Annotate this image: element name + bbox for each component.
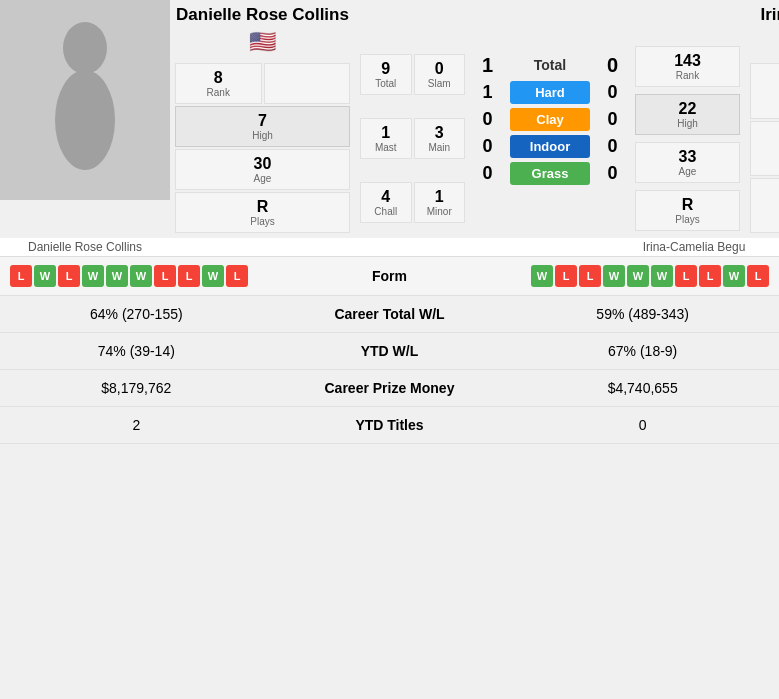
right-form-badge: W xyxy=(627,265,649,287)
right-form-badge: L xyxy=(747,265,769,287)
left-mast-stat: 1 Mast xyxy=(360,118,412,159)
left-high-stat xyxy=(264,63,351,104)
h2h-indoor-left: 0 xyxy=(475,136,500,157)
left-high-stat2: 7 High xyxy=(175,106,350,147)
table-row: 64% (270-155)Career Total W/L59% (489-34… xyxy=(0,296,779,333)
stat-right-value: 67% (18-9) xyxy=(506,333,779,370)
h2h-section: 1 Total 0 1 Hard 0 0 Clay 0 0 Indoor 0 0 xyxy=(470,0,630,238)
form-row: LWLWWWLLWL Form WLLWWWLLWL xyxy=(0,257,779,296)
right-form-badge: W xyxy=(603,265,625,287)
stat-center-label: Career Prize Money xyxy=(273,370,507,407)
right-player-info: Irina-Camelia Begu 🇷🇴 19 Total 0 Slam 0 … xyxy=(745,0,779,238)
left-age-value: 30 xyxy=(178,155,347,173)
left-rank-value: 8 xyxy=(178,69,259,87)
form-label: Form xyxy=(290,268,489,284)
h2h-total-left: 1 xyxy=(475,54,500,77)
left-form-badge: L xyxy=(10,265,32,287)
right-player-name: Irina-Camelia Begu xyxy=(750,5,779,25)
right-form-badge: L xyxy=(675,265,697,287)
left-age-label: Age xyxy=(178,173,347,184)
h2h-hard-row: 1 Hard 0 xyxy=(475,81,625,104)
h2h-clay-right: 0 xyxy=(600,109,625,130)
right-form-badge: L xyxy=(699,265,721,287)
right-name-bottom: Irina-Camelia Begu xyxy=(609,240,779,254)
left-chall-stat: 4 Chall xyxy=(360,182,412,223)
h2h-hard-right: 0 xyxy=(600,82,625,103)
stat-left-value: $8,179,762 xyxy=(0,370,273,407)
right-form-badge: W xyxy=(531,265,553,287)
left-main-stat: 3 Main xyxy=(414,118,466,159)
left-form-badge: W xyxy=(130,265,152,287)
left-form-badge: L xyxy=(58,265,80,287)
comparison-area: Danielle Rose Collins 🇺🇸 8 Rank 7 High 3… xyxy=(0,0,779,238)
right-form-badge: L xyxy=(579,265,601,287)
left-high-value: 7 xyxy=(178,112,347,130)
left-form-badge: W xyxy=(106,265,128,287)
right-mast-stat: 0 Mast xyxy=(750,121,779,176)
main-container: Danielle Rose Collins 🇺🇸 8 Rank 7 High 3… xyxy=(0,0,779,444)
left-form-badge: L xyxy=(178,265,200,287)
right-age-stat: 33 Age xyxy=(635,142,740,183)
left-form-badge: L xyxy=(226,265,248,287)
stats-table: 64% (270-155)Career Total W/L59% (489-34… xyxy=(0,296,779,444)
h2h-total-right: 0 xyxy=(600,54,625,77)
right-form-badges: WLLWWWLLWL xyxy=(489,265,769,287)
left-name-bottom: Danielle Rose Collins xyxy=(0,240,170,254)
left-form-badges: LWLWWWLLWL xyxy=(10,265,290,287)
left-rank-label: Rank xyxy=(178,87,259,98)
h2h-grass-row: 0 Grass 0 xyxy=(475,162,625,185)
h2h-clay-row: 0 Clay 0 xyxy=(475,108,625,131)
h2h-indoor-right: 0 xyxy=(600,136,625,157)
left-player-info: Danielle Rose Collins 🇺🇸 8 Rank 7 High 3… xyxy=(170,0,355,238)
h2h-indoor-row: 0 Indoor 0 xyxy=(475,135,625,158)
right-rank-stat: 143 Rank xyxy=(635,46,740,87)
right-form-badge: W xyxy=(651,265,673,287)
right-chall-stat: 11 Chall xyxy=(750,178,779,233)
h2h-grass-left: 0 xyxy=(475,163,500,184)
left-form-badge: L xyxy=(154,265,176,287)
left-mini-stats: 9 Total 0 Slam 1 Mast 3 Main xyxy=(355,0,470,238)
right-form-badge: L xyxy=(555,265,577,287)
stat-right-value: 59% (489-343) xyxy=(506,296,779,333)
right-plays-stat: R Plays xyxy=(635,190,740,231)
svg-point-1 xyxy=(55,70,115,170)
left-slam-stat: 0 Slam xyxy=(414,54,466,95)
right-high-stat: 22 High xyxy=(635,94,740,135)
left-form-badge: W xyxy=(82,265,104,287)
stat-left-value: 74% (39-14) xyxy=(0,333,273,370)
stat-right-value: $4,740,655 xyxy=(506,370,779,407)
h2h-clay-left: 0 xyxy=(475,109,500,130)
stat-center-label: Career Total W/L xyxy=(273,296,507,333)
h2h-total-row: 1 Total 0 xyxy=(475,54,625,77)
left-player-name: Danielle Rose Collins xyxy=(175,5,350,25)
left-total-stat: 9 Total xyxy=(360,54,412,95)
h2h-clay-btn: Clay xyxy=(510,108,590,131)
left-player-photo xyxy=(0,0,170,200)
right-mini-stats: 143 Rank 22 High 33 Age xyxy=(630,0,745,238)
stat-left-value: 2 xyxy=(0,407,273,444)
left-plays-value: R xyxy=(178,198,347,216)
table-row: $8,179,762Career Prize Money$4,740,655 xyxy=(0,370,779,407)
stat-center-label: YTD Titles xyxy=(273,407,507,444)
h2h-hard-left: 1 xyxy=(475,82,500,103)
right-form-badge: W xyxy=(723,265,745,287)
h2h-total-label: Total xyxy=(510,57,590,73)
left-form-badge: W xyxy=(34,265,56,287)
left-minor-stat: 1 Minor xyxy=(414,182,466,223)
h2h-grass-right: 0 xyxy=(600,163,625,184)
left-rank-stat: 8 Rank xyxy=(175,63,262,104)
left-plays-stat: R Plays xyxy=(175,192,350,233)
left-age-stat: 30 Age xyxy=(175,149,350,190)
table-row: 2YTD Titles0 xyxy=(0,407,779,444)
table-row: 74% (39-14)YTD W/L67% (18-9) xyxy=(0,333,779,370)
right-player-flag: 🇷🇴 xyxy=(750,29,779,55)
h2h-indoor-btn: Indoor xyxy=(510,135,590,158)
left-plays-label: Plays xyxy=(178,216,347,227)
player-name-row: Danielle Rose Collins Irina-Camelia Begu xyxy=(0,238,779,257)
h2h-hard-btn: Hard xyxy=(510,81,590,104)
stat-center-label: YTD W/L xyxy=(273,333,507,370)
stat-right-value: 0 xyxy=(506,407,779,444)
left-player-flag: 🇺🇸 xyxy=(175,29,350,55)
right-total-stat: 19 Total xyxy=(750,63,779,118)
left-form-badge: W xyxy=(202,265,224,287)
